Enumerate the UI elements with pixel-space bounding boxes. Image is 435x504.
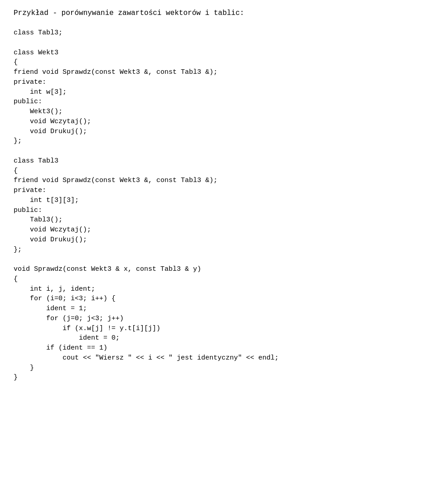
page-title: Przykład - porównywanie zawartości wekto… (14, 9, 421, 17)
code-content: class Tabl3; class Wekt3 { friend void S… (14, 28, 421, 383)
